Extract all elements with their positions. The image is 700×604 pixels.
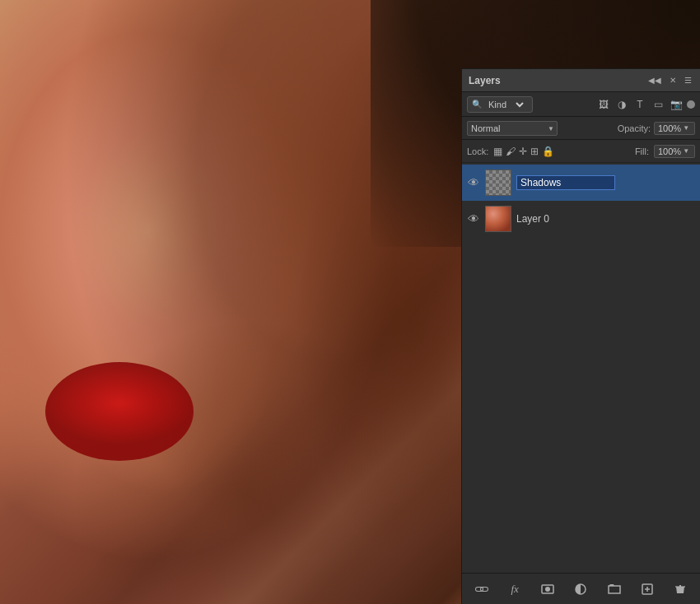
panel-collapse-button[interactable]: ◀◀ <box>646 76 663 85</box>
layer-name-input[interactable] <box>516 175 615 190</box>
layer-thumb-checkerboard <box>486 170 511 195</box>
filter-kind-select[interactable]: Kind Name Effect Mode Attribute Color Sm… <box>485 99 526 110</box>
blend-mode-row: Normal Dissolve Multiply Screen Overlay … <box>462 117 700 140</box>
link-layers-button[interactable] <box>473 580 491 598</box>
group-layers-button[interactable] <box>605 580 623 598</box>
layer-name-area <box>516 175 695 190</box>
lock-position-icon[interactable]: ✛ <box>519 146 527 157</box>
panel-header-controls: ◀◀ ✕ ☰ <box>646 76 693 85</box>
layer-visibility-toggle[interactable]: 👁 <box>467 176 480 189</box>
lock-label: Lock: <box>467 146 488 156</box>
filter-search-box[interactable]: 🔍 Kind Name Effect Mode Attribute Color … <box>467 96 533 113</box>
lock-row: Lock: ▦ 🖌 ✛ ⊞ 🔒 Fill: 100% ▼ <box>462 140 700 163</box>
layers-list: 👁 👁 Layer 0 <box>462 163 700 573</box>
opacity-arrow-icon: ▼ <box>683 124 689 132</box>
delete-layer-button[interactable] <box>671 580 689 598</box>
layer-fx-button[interactable]: fx <box>506 580 524 598</box>
filter-image-icon[interactable]: 🖼 <box>596 97 611 112</box>
panel-bottom-toolbar: fx <box>462 573 700 604</box>
panel-close-button[interactable]: ✕ <box>668 76 678 85</box>
lock-image-icon[interactable]: 🖌 <box>506 146 516 157</box>
opacity-label: Opacity: <box>618 123 651 133</box>
filter-text-icon[interactable]: T <box>632 97 647 112</box>
fill-label: Fill: <box>635 146 649 156</box>
filter-smartobject-icon[interactable]: 📷 <box>669 97 684 112</box>
layer-item[interactable]: 👁 <box>462 165 700 201</box>
layer-name-text: Layer 0 <box>516 213 695 225</box>
fill-value: 100% <box>658 146 681 156</box>
layer-thumbnail <box>485 170 511 196</box>
svg-point-1 <box>545 587 550 592</box>
layer-name-area: Layer 0 <box>516 213 695 225</box>
add-adjustment-button[interactable] <box>572 580 590 598</box>
fill-arrow-icon: ▼ <box>683 147 689 155</box>
filter-icons: 🖼 ◑ T ▭ 📷 <box>596 97 695 112</box>
filter-row: 🔍 Kind Name Effect Mode Attribute Color … <box>462 92 700 117</box>
layer-thumb-photo <box>486 207 511 231</box>
blend-mode-wrapper: Normal Dissolve Multiply Screen Overlay … <box>467 121 558 136</box>
panel-header: Layers ◀◀ ✕ ☰ <box>462 69 700 92</box>
layer-visibility-toggle[interactable]: 👁 <box>467 212 480 225</box>
add-mask-button[interactable] <box>539 580 557 598</box>
filter-adjustment-icon[interactable]: ◑ <box>614 97 629 112</box>
layers-panel: Layers ◀◀ ✕ ☰ 🔍 Kind Name Effect Mode At… <box>461 68 700 604</box>
blend-mode-select[interactable]: Normal Dissolve Multiply Screen Overlay … <box>467 121 558 136</box>
layer-item[interactable]: 👁 Layer 0 <box>462 201 700 237</box>
filter-toggle-dot[interactable] <box>687 100 695 109</box>
panel-title: Layers <box>469 75 501 86</box>
panel-menu-button[interactable]: ☰ <box>683 76 693 85</box>
layer-thumbnail <box>485 206 511 232</box>
lock-artboard-icon[interactable]: ⊞ <box>530 146 539 157</box>
opacity-input[interactable]: 100% ▼ <box>654 122 695 135</box>
new-layer-button[interactable] <box>638 580 656 598</box>
lock-icons: ▦ 🖌 ✛ ⊞ 🔒 <box>493 146 554 157</box>
opacity-value: 100% <box>658 123 681 133</box>
search-icon: 🔍 <box>472 100 482 109</box>
lips-overlay <box>45 362 194 461</box>
fill-input[interactable]: 100% ▼ <box>654 145 695 158</box>
lock-all-icon[interactable]: 🔒 <box>542 146 554 157</box>
lock-pixels-icon[interactable]: ▦ <box>493 146 502 157</box>
filter-shape-icon[interactable]: ▭ <box>651 97 665 112</box>
